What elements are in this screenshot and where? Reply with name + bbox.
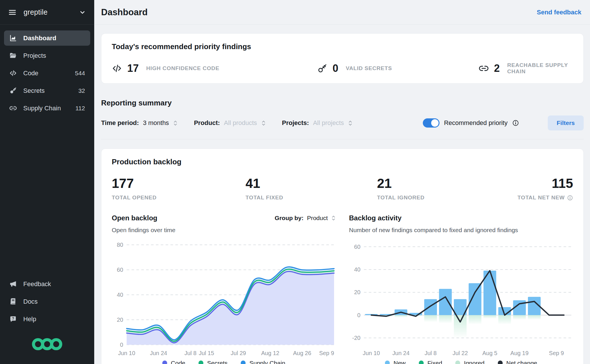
sidebar-item-secrets[interactable]: Secrets 32 xyxy=(4,83,90,98)
megaphone-icon xyxy=(9,280,17,288)
backlog-activity-legend: New Fixed Ignored Net change xyxy=(349,360,573,364)
sidebar-item-help[interactable]: ? Help xyxy=(4,311,90,327)
priority-findings-card: Today's recommended priority findings 17… xyxy=(101,33,584,84)
svg-text:-20: -20 xyxy=(352,335,360,341)
sidebar-item-label: Secrets xyxy=(23,87,45,95)
select-value: All products xyxy=(224,119,257,127)
key-icon xyxy=(317,63,327,74)
stat-value: 2 xyxy=(494,62,500,74)
svg-text:Jul 8: Jul 8 xyxy=(425,350,437,356)
group-by-select[interactable]: Group by: Product xyxy=(275,215,336,222)
legend-dot xyxy=(198,361,203,364)
menu-icon[interactable] xyxy=(8,8,17,17)
svg-text:Jun 24: Jun 24 xyxy=(392,350,410,356)
sidebar-nav: Dashboard Projects Code 544 Secrets 32 xyxy=(0,25,94,118)
chevron-down-icon xyxy=(79,9,86,16)
stat-total-ignored: 21 TOTAL IGNORED xyxy=(377,176,508,201)
sidebar-item-label: Feedback xyxy=(23,280,51,288)
stat-value: 0 xyxy=(333,62,338,74)
stat-label: HIGH CONFIDENCE CODE xyxy=(146,65,219,72)
legend-dot xyxy=(419,361,424,364)
svg-text:Jul 29: Jul 29 xyxy=(231,350,246,356)
recommended-priority-toggle[interactable] xyxy=(423,118,439,128)
open-backlog-section: Open backlog Group by: Product Open find… xyxy=(112,214,336,364)
svg-text:Jul 8: Jul 8 xyxy=(184,350,196,356)
svg-text:Aug 26: Aug 26 xyxy=(293,350,311,356)
select-label: Product: xyxy=(194,119,220,127)
svg-text:20: 20 xyxy=(117,317,123,323)
sidebar-item-dashboard[interactable]: Dashboard xyxy=(4,30,90,46)
svg-text:Jun 24: Jun 24 xyxy=(150,350,167,356)
stat-label: TOTAL IGNORED xyxy=(377,194,508,201)
legend-dot xyxy=(162,361,167,364)
filters-button[interactable]: Filters xyxy=(548,115,584,130)
help-icon: ? xyxy=(9,315,17,323)
product-select[interactable]: Product: All products xyxy=(194,119,266,127)
stat-total-fixed: 41 TOTAL FIXED xyxy=(246,176,377,201)
info-icon[interactable] xyxy=(567,195,573,201)
stat-value: 41 xyxy=(246,176,377,191)
sidebar-count-supply-chain: 112 xyxy=(76,105,85,112)
org-switcher[interactable]: greptile xyxy=(0,0,94,25)
stat-label: TOTAL OPENED xyxy=(112,194,246,201)
legend-dot xyxy=(241,361,246,364)
sidebar: greptile Dashboard Projects Code 544 xyxy=(0,0,94,364)
time-period-select[interactable]: Time period: 3 months xyxy=(101,119,178,127)
svg-text:Jul 15: Jul 15 xyxy=(199,350,214,356)
stat-total-net-new: 115 TOTAL NET NEW xyxy=(517,176,573,201)
svg-text:40: 40 xyxy=(354,266,360,273)
svg-text:0: 0 xyxy=(357,312,360,318)
projects-select[interactable]: Projects: All projects xyxy=(282,119,353,127)
stat-value: 17 xyxy=(127,62,139,74)
stat-value: 177 xyxy=(112,176,246,191)
send-feedback-link[interactable]: Send feedback xyxy=(537,9,581,16)
svg-text:80: 80 xyxy=(117,242,123,248)
svg-text:Aug 5: Aug 5 xyxy=(482,350,497,356)
legend-item-fixed: Fixed xyxy=(419,360,442,364)
content: Today's recommended priority findings 17… xyxy=(94,25,590,364)
stat-label: TOTAL NET NEW xyxy=(517,194,565,201)
toggle-label: Recommended priority xyxy=(444,119,508,127)
stat-reachable-supply-chain[interactable]: 2 REACHABLE SUPPLY CHAIN xyxy=(479,62,573,75)
reporting-filter-row: Time period: 3 months Product: All produ… xyxy=(101,115,584,139)
stat-high-confidence-code[interactable]: 17 HIGH CONFIDENCE CODE xyxy=(112,62,317,75)
svg-text:Sep 9: Sep 9 xyxy=(319,350,334,356)
sidebar-item-docs[interactable]: Docs xyxy=(4,294,90,309)
legend-item-code: Code xyxy=(162,360,185,364)
svg-text:40: 40 xyxy=(117,292,123,298)
legend-item-secrets: Secrets xyxy=(198,360,227,364)
group-by-label: Group by: xyxy=(275,215,303,222)
link-icon xyxy=(9,104,17,112)
svg-text:Jun 10: Jun 10 xyxy=(363,350,380,356)
svg-text:Sep 9: Sep 9 xyxy=(549,350,564,356)
svg-text:Jul 22: Jul 22 xyxy=(453,350,468,356)
legend-dot xyxy=(385,361,390,364)
link-icon xyxy=(479,63,489,74)
legend-dot xyxy=(455,361,460,364)
sidebar-item-label: Supply Chain xyxy=(23,105,61,112)
open-backlog-legend: Code Secrets Supply Chain xyxy=(112,360,336,364)
stat-valid-secrets[interactable]: 0 VALID SECRETS xyxy=(317,62,479,75)
chart-icon xyxy=(9,34,17,42)
sidebar-item-code[interactable]: Code 544 xyxy=(4,66,90,81)
chart-title: Backlog activity xyxy=(349,214,402,222)
select-value: 3 months xyxy=(143,119,169,127)
chart-subtitle: Number of new findings compared to fixed… xyxy=(349,227,573,234)
svg-text:Aug 12: Aug 12 xyxy=(261,350,279,356)
sidebar-footer: Feedback Docs ? Help xyxy=(0,276,94,364)
svg-text:60: 60 xyxy=(354,244,360,250)
sidebar-item-supply-chain[interactable]: Supply Chain 112 xyxy=(4,101,90,116)
code-icon xyxy=(9,69,17,77)
code-icon xyxy=(112,63,122,74)
stat-label: REACHABLE SUPPLY CHAIN xyxy=(507,62,573,75)
production-backlog-card: Production backlog 177 TOTAL OPENED 41 T… xyxy=(101,149,584,364)
legend-item-new: New xyxy=(385,360,406,364)
sidebar-item-projects[interactable]: Projects xyxy=(4,48,90,63)
sidebar-item-feedback[interactable]: Feedback xyxy=(4,276,90,292)
info-icon[interactable] xyxy=(512,120,519,126)
chart-title: Open backlog xyxy=(112,214,157,222)
stat-label: TOTAL FIXED xyxy=(246,194,377,201)
main-area: Dashboard Send feedback Today's recommen… xyxy=(94,0,590,364)
svg-text:0: 0 xyxy=(120,342,123,348)
legend-dot xyxy=(498,361,503,364)
